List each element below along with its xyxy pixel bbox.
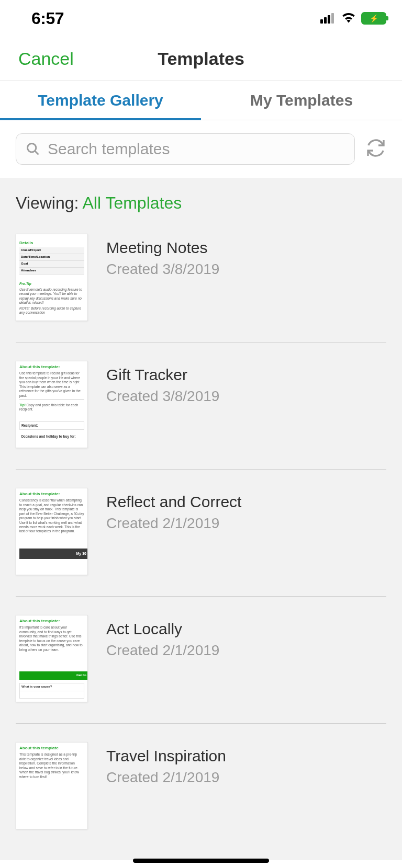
template-info: Reflect and Correct Created 2/1/2019 [106, 488, 241, 575]
content-area: Viewing: All Templates Details Class/Pro… [0, 178, 402, 860]
cancel-button[interactable]: Cancel [18, 49, 74, 69]
svg-line-1 [35, 151, 39, 155]
tabs: Template Gallery My Templates [0, 81, 402, 120]
template-title: Act Locally [106, 620, 219, 638]
template-meeting-notes[interactable]: Details Class/Project Date/Time/Location… [16, 234, 386, 342]
template-title: Gift Tracker [106, 366, 219, 384]
nav-header: Cancel Templates [0, 37, 402, 81]
template-act-locally[interactable]: About this template: It's important to c… [16, 615, 386, 724]
viewing-filter[interactable]: All Templates [83, 193, 182, 212]
template-title: Travel Inspiration [106, 747, 226, 765]
template-travel-inspiration[interactable]: About this template This template is des… [16, 742, 386, 850]
template-info: Meeting Notes Created 3/8/2019 [106, 234, 219, 321]
template-reflect-correct[interactable]: About this template: Consistency is esse… [16, 488, 386, 597]
template-date: Created 2/1/2019 [106, 769, 226, 786]
search-placeholder: Search templates [48, 140, 170, 158]
page-title: Templates [158, 49, 244, 69]
template-title: Reflect and Correct [106, 493, 241, 511]
tab-template-gallery[interactable]: Template Gallery [0, 81, 201, 120]
template-gift-tracker[interactable]: About this template: Use this template t… [16, 361, 386, 470]
search-input[interactable]: Search templates [16, 133, 355, 165]
tab-my-templates[interactable]: My Templates [201, 81, 402, 120]
template-info: Gift Tracker Created 3/8/2019 [106, 361, 219, 448]
viewing-label: Viewing: All Templates [16, 193, 386, 213]
template-info: Travel Inspiration Created 2/1/2019 [106, 742, 226, 829]
template-thumbnail: About this template: It's important to c… [16, 615, 88, 702]
template-date: Created 2/1/2019 [106, 515, 241, 532]
battery-icon: ⚡ [361, 12, 386, 25]
refresh-icon [365, 138, 386, 158]
template-thumbnail: About this template This template is des… [16, 742, 88, 829]
wifi-icon [341, 12, 356, 25]
template-date: Created 3/8/2019 [106, 261, 219, 278]
signal-icon [320, 13, 336, 24]
status-icons: ⚡ [320, 12, 386, 25]
template-thumbnail: About this template: Use this template t… [16, 361, 88, 448]
template-date: Created 3/8/2019 [106, 388, 219, 405]
template-thumbnail: About this template: Consistency is esse… [16, 488, 88, 575]
template-date: Created 2/1/2019 [106, 642, 219, 659]
template-info: Act Locally Created 2/1/2019 [106, 615, 219, 702]
refresh-button[interactable] [365, 138, 386, 161]
status-bar: 6:57 ⚡ [0, 0, 402, 37]
search-icon [26, 142, 40, 156]
template-thumbnail: Details Class/Project Date/Time/Location… [16, 234, 88, 321]
template-title: Meeting Notes [106, 239, 219, 257]
home-indicator[interactable] [133, 859, 269, 863]
search-row: Search templates [0, 120, 402, 178]
status-time: 6:57 [31, 9, 64, 28]
svg-point-0 [28, 144, 36, 152]
